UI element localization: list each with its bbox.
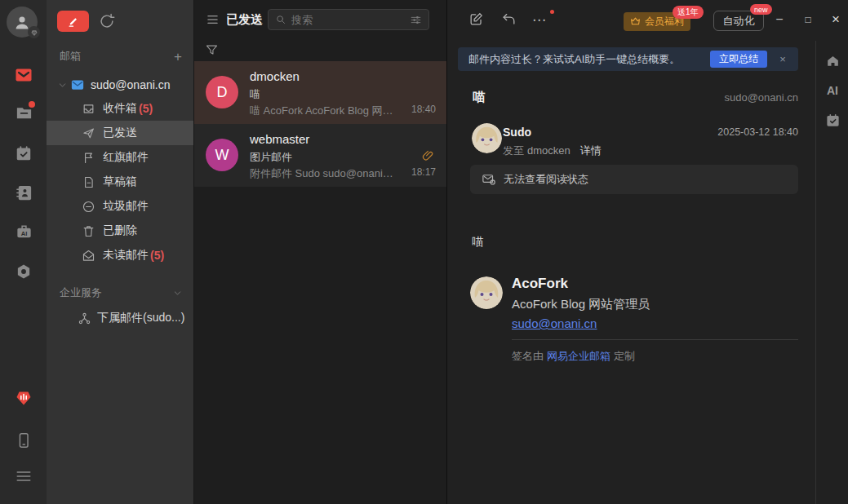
new-badge: new [750, 4, 772, 15]
search-icon [275, 14, 286, 25]
details-link[interactable]: 详情 [580, 144, 602, 157]
receiving-account: sudo@onani.cn [724, 91, 798, 104]
org-chart-icon [78, 312, 91, 325]
sidebar-item-junk[interactable]: 垃圾邮件 [47, 194, 193, 219]
reply-icon[interactable] [501, 11, 517, 28]
close-button[interactable]: × [825, 9, 846, 30]
compose-new-icon[interactable] [468, 11, 485, 28]
read-status-text: 无法查看阅读状态 [504, 172, 588, 187]
minimize-button[interactable]: − [769, 9, 790, 30]
mail-module-icon[interactable] [14, 65, 33, 85]
netease-enterprise-mail-link[interactable]: 网易企业邮箱 [547, 350, 610, 362]
folder-notification-dot [29, 101, 35, 108]
folders-module-icon[interactable] [14, 103, 33, 122]
list-title: 已发送 [226, 12, 263, 28]
folder-list: 收件箱(5) 已发送 红旗邮件 草稿箱 垃圾邮件 已删除 未读邮件(5) [47, 96, 193, 267]
schedule-mail-icon[interactable] [824, 112, 841, 128]
more-actions-icon[interactable]: ⋯ [532, 11, 548, 28]
filter-funnel-icon[interactable] [205, 43, 219, 57]
list-item-dmocken[interactable]: D dmocken 喵 喵 AcoFork AcoFork Blog 网站管… … [194, 61, 446, 124]
unread-mail-icon [82, 249, 95, 263]
contacts-module-icon[interactable] [14, 183, 33, 202]
reader-toolbar: ⋯ 会员福利 送1年 自动化 new − □ × [447, 0, 848, 41]
sidebar-item-unread[interactable]: 未读邮件(5) [47, 243, 193, 267]
ai-panel-icon[interactable]: AI [824, 82, 841, 99]
trash-icon [82, 224, 95, 238]
mail-content: 邮件内容过长？来试试AI助手一键总结概要。 立即总结 × 喵 sudo@onan… [447, 41, 815, 504]
right-utility-rail: AI [815, 41, 848, 504]
maximize-button[interactable]: □ [797, 9, 819, 30]
mobile-app-icon[interactable] [14, 431, 33, 450]
recipient-row: 发至dmocken详情 [503, 144, 602, 158]
add-account-icon[interactable]: + [174, 50, 182, 64]
signature-divider [512, 339, 798, 340]
settings-nut-icon[interactable] [14, 262, 33, 281]
search-filter-sliders-icon[interactable] [410, 14, 422, 26]
signature-email-link[interactable]: sudo@onani.cn [512, 316, 597, 330]
account-address: sudo@onani.cn [91, 78, 171, 91]
signature-role: AcoFork Blog 网站管理员 [512, 297, 650, 312]
user-avatar[interactable] [7, 7, 38, 38]
mail-list: D dmocken 喵 喵 AcoFork AcoFork Blog 网站管… … [194, 61, 446, 187]
sidebar-item-sent[interactable]: 已发送 [47, 121, 193, 145]
flag-icon [82, 151, 95, 165]
mail-date: 2025-03-12 18:40 [717, 126, 798, 138]
mail-subject-title: 喵 [473, 90, 485, 105]
junk-icon [82, 200, 95, 214]
enterprise-label: 企业服务 [60, 285, 102, 300]
signature-avatar [470, 276, 503, 309]
mail-time: 18:17 [411, 166, 436, 178]
account-mail-icon [70, 77, 85, 92]
folder-sidebar: 邮箱 + sudo@onani.cn 收件箱(5) 已发送 红旗邮件 草稿箱 [47, 0, 193, 504]
draft-icon [82, 175, 95, 189]
read-status-box[interactable]: 无法查看阅读状态 [470, 165, 798, 194]
pencil-icon [67, 15, 79, 28]
menu-hamburger-icon[interactable] [14, 466, 33, 486]
mail-preview: 附件邮件 Sudo sudo@onani.cn [250, 166, 396, 181]
to-label: 发至 [503, 144, 524, 157]
sidebar-item-flagged[interactable]: 红旗邮件 [47, 145, 193, 170]
sidebar-item-deleted[interactable]: 已删除 [47, 219, 193, 243]
crown-icon [630, 16, 641, 27]
sidebar-item-drafts[interactable]: 草稿箱 [47, 170, 193, 194]
search-box[interactable] [268, 9, 429, 30]
list-item-webmaster[interactable]: W webmaster 图片邮件 附件邮件 Sudo sudo@onani.cn… [194, 124, 446, 187]
message-list-panel: 已发送 D dmocken 喵 喵 AcoFork AcoFork Blog 网… [193, 0, 446, 504]
mail-preview: 喵 AcoFork AcoFork Blog 网站管… [250, 104, 396, 118]
unread-count: (5) [139, 102, 153, 115]
refresh-icon[interactable] [98, 12, 116, 30]
app-rail: AI [0, 0, 47, 504]
signature-name: AcoFork [512, 276, 568, 292]
chevron-down-icon [58, 81, 67, 90]
mail-subject: 喵 [250, 87, 260, 102]
sidebar-item-subordinate-mail[interactable]: 下属邮件(sudo...) [78, 307, 184, 329]
mail-time: 18:40 [411, 104, 436, 115]
mail-status-icon [482, 172, 496, 187]
avatar: D [206, 76, 238, 108]
svg-text:AI: AI [20, 229, 27, 237]
enterprise-section[interactable]: 企业服务 [60, 285, 182, 300]
sidebar-item-inbox[interactable]: 收件箱(5) [47, 96, 193, 121]
send-icon [82, 126, 95, 140]
unread-count: (5) [150, 249, 164, 262]
list-menu-icon[interactable] [206, 13, 220, 26]
sender-name: dmocken [250, 69, 300, 83]
ai-assistant-module-icon[interactable]: AI [14, 222, 33, 241]
signature-footer: 签名由网易企业邮箱定制 [512, 349, 635, 364]
banner-close-icon[interactable]: × [767, 53, 798, 65]
inbox-icon [82, 102, 95, 116]
sender-avatar[interactable] [472, 123, 502, 153]
recipient-name: dmocken [527, 144, 571, 157]
mail-body: 喵 [472, 235, 483, 250]
account-row[interactable]: sudo@onani.cn [58, 75, 171, 95]
more-notification-dot [550, 10, 554, 14]
home-icon[interactable] [824, 52, 841, 69]
calendar-module-icon[interactable] [14, 144, 33, 163]
mail-master-logo-icon[interactable] [14, 387, 33, 407]
compose-button[interactable] [57, 11, 89, 32]
search-input[interactable] [291, 14, 405, 26]
summarize-now-button[interactable]: 立即总结 [710, 51, 767, 68]
sender-name: webmaster [250, 132, 309, 146]
member-gift-badge: 送1年 [673, 6, 704, 19]
reading-pane: ⋯ 会员福利 送1年 自动化 new − □ × AI 邮件内容过长？来试试AI… [446, 0, 848, 504]
